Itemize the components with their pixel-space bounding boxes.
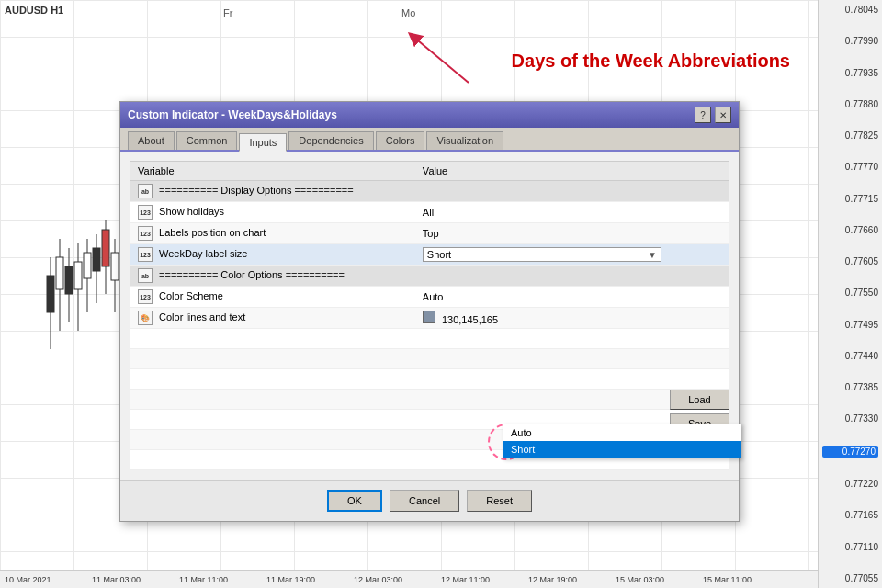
price-9: 0.77550 xyxy=(822,288,878,298)
svg-rect-15 xyxy=(111,253,119,280)
table-row xyxy=(130,369,729,390)
price-10: 0.77495 xyxy=(822,320,878,330)
price-scale: 0.78045 0.77990 0.77935 0.77880 0.77825 … xyxy=(818,0,882,588)
annotation-arrow-svg xyxy=(386,18,496,92)
table-row[interactable]: 123 WeekDay label size Short ▼ xyxy=(130,244,729,266)
dropdown-arrow-icon: ▼ xyxy=(648,250,657,260)
price-4: 0.77825 xyxy=(822,130,878,141)
annotation-text: Days of the Week Abbreviations xyxy=(512,51,790,72)
icon-123-scheme: 123 xyxy=(138,289,153,304)
time-scale: 10 Mar 2021 11 Mar 03:00 11 Mar 11:00 11… xyxy=(0,570,836,588)
load-button[interactable]: Load xyxy=(670,390,729,410)
color-lines-label: 🎨 Color lines and text xyxy=(130,308,415,329)
weekday-label-size-value[interactable]: Short ▼ xyxy=(415,244,729,266)
weekday-label-size-label: 123 WeekDay label size xyxy=(130,244,415,266)
col-variable: Variable xyxy=(130,162,415,181)
ok-button[interactable]: OK xyxy=(327,490,382,512)
labels-position-label: 123 Labels position on chart xyxy=(130,223,415,244)
time-label-1: 11 Mar 03:00 xyxy=(92,575,141,584)
svg-rect-11 xyxy=(93,248,100,271)
weekday-dropdown-value: Short xyxy=(427,249,451,260)
price-7: 0.77660 xyxy=(822,225,878,235)
tab-about[interactable]: About xyxy=(128,131,175,150)
time-label-0: 10 Mar 2021 xyxy=(5,575,51,584)
time-label-6: 12 Mar 19:00 xyxy=(528,575,577,584)
tab-common[interactable]: Common xyxy=(176,131,238,150)
svg-rect-7 xyxy=(74,262,82,289)
time-label-3: 11 Mar 19:00 xyxy=(266,575,315,584)
price-3: 0.77880 xyxy=(822,99,878,109)
svg-rect-9 xyxy=(84,253,91,278)
time-label-7: 15 Mar 03:00 xyxy=(616,575,664,584)
svg-rect-3 xyxy=(56,257,63,289)
reset-button[interactable]: Reset xyxy=(467,490,532,512)
time-label-8: 15 Mar 11:00 xyxy=(703,575,752,584)
price-highlighted: 0.77270 xyxy=(822,446,878,458)
price-16: 0.77165 xyxy=(822,510,878,520)
icon-123-position: 123 xyxy=(138,226,153,241)
price-11: 0.77440 xyxy=(822,351,878,361)
icon-123-weekday: 123 xyxy=(138,247,153,262)
color-scheme-value: Auto xyxy=(415,287,729,308)
icon-ab-color: ab xyxy=(138,268,153,283)
tab-inputs[interactable]: Inputs xyxy=(239,133,287,152)
table-row xyxy=(130,390,729,410)
dialog-title: Custom Indicator - WeekDays&Holidays xyxy=(128,108,337,121)
table-row: ab ========== Color Options ========== xyxy=(130,266,729,287)
dialog-controls: ? ✕ xyxy=(695,107,731,123)
price-15: 0.77220 xyxy=(822,479,878,489)
dropdown-option-auto[interactable]: Auto xyxy=(503,424,741,441)
svg-rect-13 xyxy=(102,230,109,266)
table-row xyxy=(130,349,729,369)
time-label-4: 12 Mar 03:00 xyxy=(354,575,402,584)
section-color-options: ab ========== Color Options ========== xyxy=(130,266,415,287)
dialog: Custom Indicator - WeekDays&Holidays ? ✕… xyxy=(119,101,740,522)
icon-ab-display: ab xyxy=(138,184,153,198)
weekday-dropdown[interactable]: Short ▼ xyxy=(423,247,662,262)
tab-dependencies[interactable]: Dependencies xyxy=(288,131,373,150)
col-value: Value xyxy=(415,162,729,181)
price-18: 0.77055 xyxy=(822,573,878,583)
table-row xyxy=(130,329,729,349)
section-display-options: ab ========== Display Options ========== xyxy=(130,181,415,202)
bottom-buttons: OK Cancel Reset xyxy=(120,480,739,521)
time-label-5: 12 Mar 11:00 xyxy=(441,575,490,584)
color-swatch xyxy=(423,311,435,323)
price-12: 0.77385 xyxy=(822,382,878,392)
color-lines-value: 130,145,165 xyxy=(415,308,729,329)
price-0: 0.78045 xyxy=(822,5,878,15)
icon-color-lines: 🎨 xyxy=(138,311,153,325)
table-row[interactable]: 123 Color Scheme Auto xyxy=(130,287,729,308)
icon-123-holidays: 123 xyxy=(138,205,153,220)
table-row[interactable]: 123 Show holidays All xyxy=(130,202,729,223)
time-label-2: 11 Mar 11:00 xyxy=(179,575,228,584)
dropdown-popup: Auto Short xyxy=(503,424,741,458)
color-scheme-label: 123 Color Scheme xyxy=(130,287,415,308)
price-13: 0.77330 xyxy=(822,413,878,424)
table-row[interactable]: 🎨 Color lines and text 130,145,165 xyxy=(130,308,729,329)
help-button[interactable]: ? xyxy=(695,107,711,123)
dialog-titlebar: Custom Indicator - WeekDays&Holidays ? ✕ xyxy=(120,102,739,128)
svg-rect-5 xyxy=(65,266,73,294)
price-2: 0.77935 xyxy=(822,68,878,78)
svg-rect-1 xyxy=(47,276,54,312)
price-17: 0.77110 xyxy=(822,542,878,552)
price-1: 0.77990 xyxy=(822,36,878,46)
show-holidays-value: All xyxy=(415,202,729,223)
close-button[interactable]: ✕ xyxy=(715,107,731,123)
cancel-button[interactable]: Cancel xyxy=(390,490,459,512)
price-5: 0.77770 xyxy=(822,162,878,172)
table-row: ab ========== Display Options ========== xyxy=(130,181,729,202)
dialog-content: Variable Value ab ========== Display Opt… xyxy=(120,152,739,480)
labels-position-value: Top xyxy=(415,223,729,244)
tab-visualization[interactable]: Visualization xyxy=(426,131,503,150)
table-row[interactable]: 123 Labels position on chart Top xyxy=(130,223,729,244)
color-value-text: 130,145,165 xyxy=(442,314,498,325)
dropdown-option-short[interactable]: Short xyxy=(503,441,741,458)
dialog-tabs: About Common Inputs Dependencies Colors … xyxy=(120,128,739,152)
tab-colors[interactable]: Colors xyxy=(376,131,425,150)
svg-line-28 xyxy=(413,37,469,83)
show-holidays-label: 123 Show holidays xyxy=(130,202,415,223)
price-6: 0.77715 xyxy=(822,194,878,204)
price-8: 0.77605 xyxy=(822,256,878,266)
